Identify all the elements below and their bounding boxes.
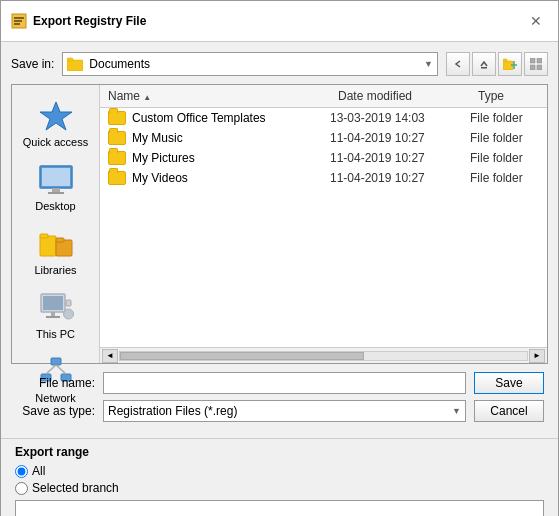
file-list: Name ▲ Date modified Type Custom Offi xyxy=(100,85,547,363)
export-range-title: Export range xyxy=(15,445,544,459)
file-date-cell: 11-04-2019 10:27 xyxy=(330,151,470,165)
scroll-thumb[interactable] xyxy=(120,352,364,360)
forward-up-icon xyxy=(479,59,489,69)
new-folder-button[interactable] xyxy=(498,52,522,76)
libraries-icon xyxy=(38,228,74,260)
back-icon xyxy=(453,59,463,69)
svg-rect-8 xyxy=(503,59,507,62)
quick-access-icon xyxy=(38,98,74,134)
view-icon xyxy=(530,58,542,70)
col-header-type[interactable]: Type xyxy=(470,87,547,105)
folder-yellow-icon xyxy=(108,111,126,125)
save-as-type-combo[interactable]: Registration Files (*.reg) ▼ xyxy=(103,400,466,422)
file-name-cell: My Pictures xyxy=(100,151,330,165)
this-pc-icon xyxy=(38,292,74,324)
file-date-cell: 11-04-2019 10:27 xyxy=(330,131,470,145)
title-bar-left: Export Registry File xyxy=(11,13,146,29)
svg-rect-19 xyxy=(48,192,64,194)
export-range-section: Export range All Selected branch xyxy=(1,438,558,516)
all-radio-label: All xyxy=(32,464,45,478)
svg-rect-14 xyxy=(537,65,542,70)
table-row[interactable]: My Music 11-04-2019 10:27 File folder xyxy=(100,128,547,148)
sidebar-item-this-pc[interactable]: This PC xyxy=(16,285,96,345)
sidebar-label-this-pc: This PC xyxy=(36,328,75,340)
scrollbar-row: ◄ ► xyxy=(100,347,547,363)
selected-branch-radio[interactable] xyxy=(15,482,28,495)
back-button[interactable] xyxy=(446,52,470,76)
scroll-track[interactable] xyxy=(119,351,528,361)
new-folder-icon xyxy=(503,58,517,70)
save-button[interactable]: Save xyxy=(474,372,544,394)
file-type-cell: File folder xyxy=(470,151,547,165)
save-in-value: Documents xyxy=(89,57,150,71)
col-header-date[interactable]: Date modified xyxy=(330,87,470,105)
file-name-input[interactable] xyxy=(103,372,466,394)
combo-arrow-icon: ▼ xyxy=(424,59,433,69)
view-button[interactable] xyxy=(524,52,548,76)
title-bar: Export Registry File ✕ xyxy=(1,1,558,42)
file-date-cell: 11-04-2019 10:27 xyxy=(330,171,470,185)
svg-rect-20 xyxy=(40,236,56,256)
svg-marker-15 xyxy=(40,102,72,130)
file-type-cell: File folder xyxy=(470,171,547,185)
save-as-type-value: Registration Files (*.reg) xyxy=(108,404,237,418)
file-name-cell: My Music xyxy=(100,131,330,145)
all-radio-row: All xyxy=(15,464,544,478)
file-name-label: File name: xyxy=(15,376,95,390)
folder-music-icon xyxy=(108,131,126,145)
save-in-label: Save in: xyxy=(11,57,54,71)
file-type-cell: File folder xyxy=(470,111,547,125)
table-row[interactable]: My Pictures 11-04-2019 10:27 File folder xyxy=(100,148,547,168)
save-in-combo[interactable]: Documents ▼ xyxy=(62,52,438,76)
svg-line-34 xyxy=(56,365,66,374)
sidebar-label-network: Network xyxy=(35,392,75,404)
svg-rect-11 xyxy=(530,58,535,63)
forward-button[interactable] xyxy=(472,52,496,76)
svg-rect-28 xyxy=(66,300,71,306)
sidebar-label-quick-access: Quick access xyxy=(23,136,88,148)
svg-rect-2 xyxy=(14,20,22,22)
file-list-header: Name ▲ Date modified Type xyxy=(100,85,547,108)
selected-branch-label: Selected branch xyxy=(32,481,119,495)
file-date-cell: 13-03-2019 14:03 xyxy=(330,111,470,125)
dialog-body: Save in: Documents ▼ xyxy=(1,42,558,438)
dialog-title: Export Registry File xyxy=(33,14,146,28)
sidebar-item-quick-access[interactable]: Quick access xyxy=(16,93,96,153)
quick-access-icon-container xyxy=(38,98,74,134)
desktop-icon xyxy=(38,164,74,196)
svg-rect-17 xyxy=(42,168,70,186)
libraries-icon-container xyxy=(38,226,74,262)
svg-rect-26 xyxy=(51,312,55,316)
svg-rect-12 xyxy=(537,58,542,63)
svg-rect-1 xyxy=(14,17,24,19)
all-radio[interactable] xyxy=(15,465,28,478)
svg-rect-25 xyxy=(43,296,63,310)
svg-point-29 xyxy=(63,309,73,319)
col-header-name[interactable]: Name ▲ xyxy=(100,87,330,105)
folder-icon xyxy=(67,57,83,71)
sidebar-item-libraries[interactable]: Libraries xyxy=(16,221,96,281)
sidebar-label-libraries: Libraries xyxy=(34,264,76,276)
selected-branch-radio-row: Selected branch xyxy=(15,481,544,495)
svg-rect-30 xyxy=(51,358,61,365)
main-area: Quick access Desktop xyxy=(11,84,548,364)
branch-input[interactable] xyxy=(15,500,544,516)
close-button[interactable]: ✕ xyxy=(524,9,548,33)
folder-pictures-icon xyxy=(108,151,126,165)
sidebar-item-desktop[interactable]: Desktop xyxy=(16,157,96,217)
scroll-left-button[interactable]: ◄ xyxy=(102,349,118,363)
cancel-button[interactable]: Cancel xyxy=(474,400,544,422)
svg-line-33 xyxy=(46,365,56,374)
svg-rect-4 xyxy=(67,60,83,71)
table-row[interactable]: My Videos 11-04-2019 10:27 File folder xyxy=(100,168,547,188)
svg-rect-13 xyxy=(530,65,535,70)
svg-rect-5 xyxy=(67,58,73,61)
scroll-right-button[interactable]: ► xyxy=(529,349,545,363)
svg-rect-23 xyxy=(56,238,64,242)
file-type-cell: File folder xyxy=(470,131,547,145)
left-nav: Quick access Desktop xyxy=(12,85,100,363)
export-registry-dialog: Export Registry File ✕ Save in: Document… xyxy=(0,0,559,516)
table-row[interactable]: Custom Office Templates 13-03-2019 14:03… xyxy=(100,108,547,128)
file-name-cell: My Videos xyxy=(100,171,330,185)
registry-icon xyxy=(11,13,27,29)
